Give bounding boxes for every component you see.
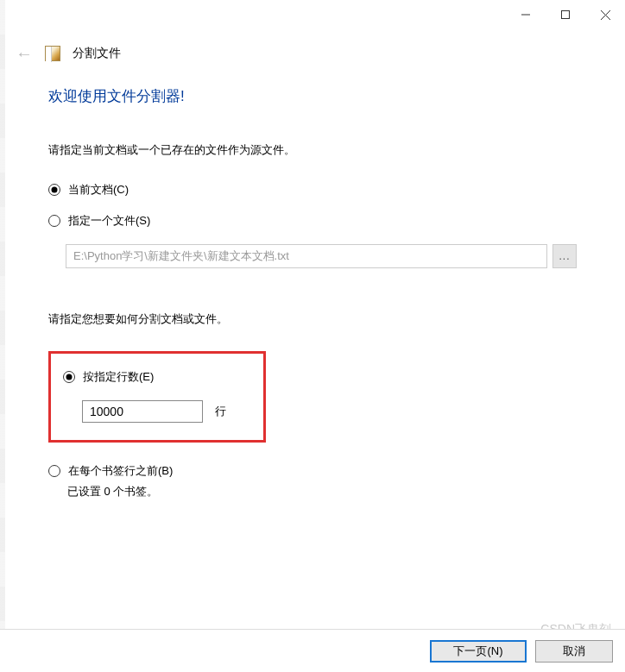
titlebar [0, 0, 625, 31]
lines-highlight-box: 按指定行数(E) 10000 行 [48, 351, 266, 443]
window-left-edge [0, 0, 5, 672]
svg-rect-1 [562, 11, 570, 19]
file-path-input[interactable]: E:\Python学习\新建文件夹\新建文本文档.txt [66, 244, 547, 268]
lines-row: 10000 行 [82, 400, 249, 423]
main-content: 欢迎使用文件分割器! 请指定当前文档或一个已存在的文件作为源文件。 当前文档(C… [0, 69, 625, 499]
radio-icon [48, 465, 60, 477]
page-title: 分割文件 [73, 46, 121, 61]
radio-before-bookmark[interactable]: 在每个书签行之前(B) [48, 463, 577, 479]
source-instruction: 请指定当前文档或一个已存在的文件作为源文件。 [48, 142, 577, 158]
close-button[interactable] [585, 2, 625, 28]
maximize-icon [561, 10, 570, 19]
header: ← 分割文件 [0, 31, 625, 69]
radio-label: 按指定行数(E) [83, 369, 154, 385]
radio-icon [63, 371, 75, 383]
radio-specify-file[interactable]: 指定一个文件(S) [48, 213, 577, 229]
radio-label: 指定一个文件(S) [68, 213, 150, 229]
split-instruction: 请指定您想要如何分割文档或文件。 [48, 311, 577, 327]
back-arrow-icon[interactable]: ← [16, 45, 33, 62]
radio-current-doc[interactable]: 当前文档(C) [48, 182, 577, 198]
close-icon [601, 10, 610, 20]
cancel-button[interactable]: 取消 [535, 640, 613, 663]
bookmark-block: 在每个书签行之前(B) 已设置 0 个书签。 [48, 463, 577, 499]
next-button[interactable]: 下一页(N) [430, 640, 527, 663]
minimize-button[interactable] [506, 2, 546, 28]
radio-icon [48, 215, 60, 227]
radio-icon [48, 184, 60, 196]
bookmark-status: 已设置 0 个书签。 [67, 484, 577, 499]
radio-label: 在每个书签行之前(B) [68, 463, 173, 479]
radio-by-lines[interactable]: 按指定行数(E) [63, 369, 249, 385]
minimize-icon [521, 10, 530, 19]
welcome-heading: 欢迎使用文件分割器! [48, 86, 577, 106]
footer: 下一页(N) 取消 [0, 629, 625, 672]
lines-input[interactable]: 10000 [82, 400, 203, 423]
app-icon [45, 46, 60, 61]
file-path-row: E:\Python学习\新建文件夹\新建文本文档.txt ... [66, 244, 577, 268]
browse-button[interactable]: ... [552, 244, 577, 268]
lines-unit: 行 [215, 404, 226, 419]
maximize-button[interactable] [546, 2, 585, 28]
radio-label: 当前文档(C) [68, 182, 129, 198]
